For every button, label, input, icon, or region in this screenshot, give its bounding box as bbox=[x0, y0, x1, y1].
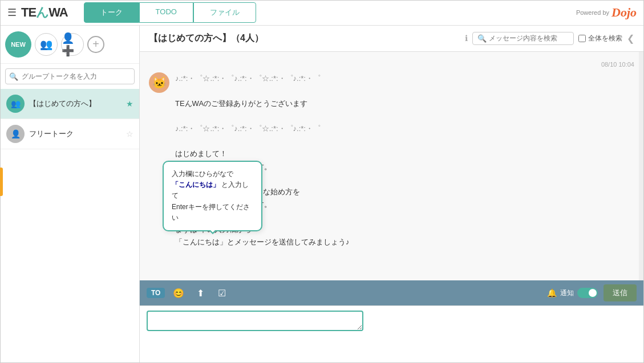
sidebar-actions: NEW 👥 👤➕ + bbox=[1, 26, 139, 64]
header-search-box: 🔍 bbox=[472, 32, 574, 45]
add-member-icon-button[interactable]: 👤➕ bbox=[61, 33, 84, 56]
content-header: 【はじめての方へ】（4人） ℹ 🔍 全体を検索 ❮ bbox=[140, 26, 643, 52]
group-icon: 👥 bbox=[40, 38, 52, 51]
checklist-icon: ☑ bbox=[218, 288, 226, 299]
add-member-icon: 👤➕ bbox=[62, 32, 83, 57]
powered-by: Powered by Dojo bbox=[576, 5, 637, 20]
message-input[interactable] bbox=[147, 311, 363, 331]
instruction-2: 「こんにちは」とメッセージを送信してみましょう♪ bbox=[175, 236, 634, 248]
tooltip-bubble: 入力欄にひらがなで 「こんにちは」 と入力して Enterキーを押してください bbox=[163, 161, 262, 231]
new-button[interactable]: NEW bbox=[5, 31, 31, 58]
music-line-2: ♪.:*:・゜☆.:*:・゜♪.:*:・゜☆.:*:・゜♪.:*:・゜ bbox=[175, 123, 634, 135]
bell-icon: 🔔 bbox=[547, 288, 557, 297]
star-icon-hajimete[interactable]: ★ bbox=[126, 99, 133, 108]
upload-button[interactable]: ⬆ bbox=[192, 285, 208, 301]
tab-talk[interactable]: トーク bbox=[84, 2, 139, 23]
input-toolbar: TO 😊 ⬆ ☑ 🔔 通知 送信 bbox=[140, 280, 643, 305]
group-icon-button[interactable]: 👥 bbox=[35, 33, 58, 56]
nav-tabs: トーク TODO ファイル bbox=[84, 2, 256, 23]
group-search-input[interactable] bbox=[5, 68, 135, 84]
search-icon: 🔍 bbox=[9, 72, 18, 80]
chat-name-hajimete: 【はじめての方へ】 bbox=[29, 99, 121, 109]
chat-avatar-free: 👤 bbox=[6, 125, 25, 143]
header-search-icon: 🔍 bbox=[477, 34, 487, 43]
chat-avatar-hajimete: 👥 bbox=[6, 95, 25, 113]
message-search-input[interactable] bbox=[489, 34, 569, 42]
tab-todo[interactable]: TODO bbox=[139, 2, 193, 23]
notification-label: 通知 bbox=[560, 288, 574, 298]
to-button[interactable]: TO bbox=[147, 288, 165, 298]
checklist-button[interactable]: ☑ bbox=[214, 285, 230, 301]
chat-item-free[interactable]: 👤 フリートーク ☆ bbox=[1, 119, 139, 149]
sidebar: NEW 👥 👤➕ + 🔍 👥 【はじめての方へ】 ★ bbox=[1, 26, 140, 362]
emoji-button[interactable]: 😊 bbox=[171, 285, 187, 301]
top-bar: ☰ TEんWA トーク TODO ファイル Powered by Dojo bbox=[1, 1, 643, 26]
upload-icon: ⬆ bbox=[197, 288, 204, 299]
bot-avatar: 🐱 bbox=[149, 72, 169, 93]
emoji-icon: 😊 bbox=[173, 288, 184, 299]
hamburger-icon[interactable]: ☰ bbox=[7, 6, 17, 19]
global-search-checkbox[interactable] bbox=[578, 35, 586, 42]
music-line-1: ♪.:*:・゜☆.:*:・゜♪.:*:・゜☆.:*:・゜♪.:*:・゜ bbox=[175, 72, 634, 85]
collapse-icon[interactable]: ❮ bbox=[627, 33, 634, 44]
star-icon-free[interactable]: ☆ bbox=[126, 129, 133, 138]
message-timestamp: 08/10 10:04 bbox=[149, 61, 634, 68]
tooltip-line3: Enterキーを押してください bbox=[172, 203, 250, 222]
chat-name-free: フリートーク bbox=[29, 129, 121, 139]
global-search-label[interactable]: 全体を検索 bbox=[578, 34, 622, 43]
chat-list: 👥 【はじめての方へ】 ★ 👤 フリートーク ☆ bbox=[1, 89, 139, 362]
input-area bbox=[140, 305, 643, 362]
notification-toggle[interactable] bbox=[577, 288, 598, 298]
app-logo: TEんWA bbox=[21, 4, 68, 21]
add-button[interactable]: + bbox=[87, 36, 104, 53]
scrollbar[interactable] bbox=[639, 52, 643, 280]
tooltip-line1: 入力欄にひらがなで bbox=[172, 170, 233, 178]
info-icon[interactable]: ℹ bbox=[465, 34, 468, 43]
content-area: 【はじめての方へ】（4人） ℹ 🔍 全体を検索 ❮ 08/10 10:04 🐱 bbox=[140, 26, 643, 362]
channel-title: 【はじめての方へ】（4人） bbox=[149, 32, 460, 44]
send-button[interactable]: 送信 bbox=[604, 284, 637, 301]
tab-file[interactable]: ファイル bbox=[193, 2, 256, 23]
tooltip-highlight: 「こんにちは」 bbox=[172, 181, 220, 189]
notification-area: 🔔 通知 bbox=[547, 288, 598, 298]
chat-item-hajimete[interactable]: 👥 【はじめての方へ】 ★ bbox=[1, 89, 139, 119]
registration-message: TEんWAのご登録ありがとうございます bbox=[175, 97, 634, 110]
sidebar-search: 🔍 bbox=[5, 68, 135, 84]
greeting-1: はじめまして！ bbox=[175, 148, 634, 160]
